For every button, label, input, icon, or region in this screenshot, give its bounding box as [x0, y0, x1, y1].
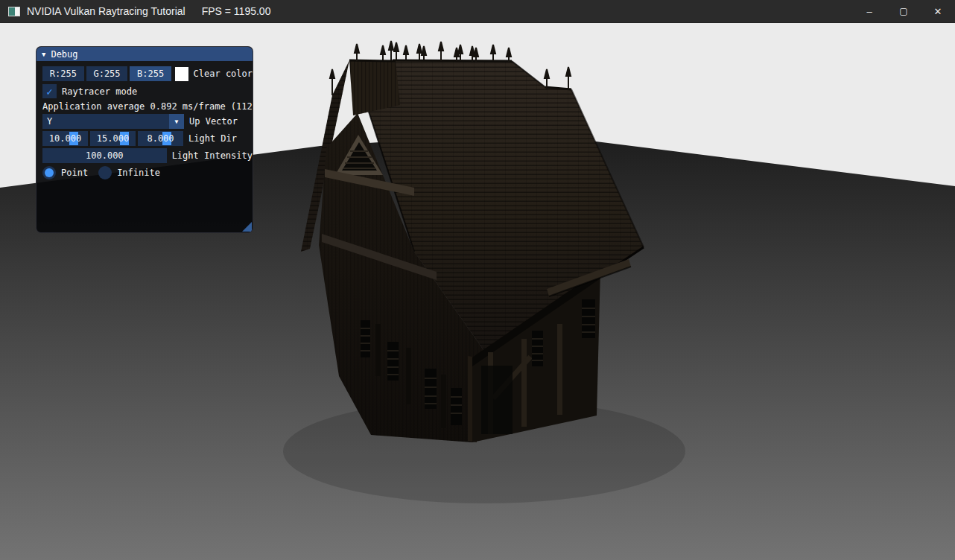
house — [301, 41, 644, 442]
fps-label: FPS = 1195.00 — [202, 5, 271, 17]
clear-color-label: Clear color — [194, 69, 253, 79]
raytracer-label: Raytracer mode — [62, 86, 137, 97]
light-dir-row: 10.000 15.000 8.000 Light Dir — [42, 131, 253, 146]
light-dir-label: Light Dir — [188, 133, 237, 144]
light-dir-y-value: 15.000 — [97, 133, 129, 144]
clear-color-b-value: B:255 — [137, 69, 164, 79]
light-type-row: Point Infinite — [42, 166, 253, 179]
radio-infinite[interactable]: Infinite — [98, 166, 160, 179]
light-dir-z-value: 8.000 — [147, 133, 174, 144]
light-dir-x-value: 10.000 — [49, 133, 81, 144]
window-controls: – ▢ ✕ — [852, 0, 955, 22]
panel-titlebar[interactable]: ▼ Debug — [37, 47, 253, 61]
minimize-button[interactable]: – — [852, 0, 886, 22]
radio-point-circle[interactable] — [42, 166, 56, 179]
combo-value: Y — [47, 116, 52, 127]
up-vector-row: Y ▼ Up Vector — [42, 114, 253, 129]
raytracer-row: ✓ Raytracer mode — [42, 84, 253, 98]
clear-color-g-drag[interactable]: G:255 — [86, 66, 128, 81]
window-titlebar[interactable]: NVIDIA Vulkan Raytracing Tutorial FPS = … — [0, 0, 955, 23]
up-vector-label: Up Vector — [189, 116, 238, 127]
clear-color-r-value: R:255 — [50, 69, 77, 79]
raytracer-checkbox[interactable]: ✓ — [42, 84, 57, 98]
right-wall-recess — [481, 366, 513, 434]
light-intensity-value: 100.000 — [86, 150, 124, 161]
panel-title: Debug — [51, 49, 77, 60]
light-intensity-slider[interactable]: 100.000 — [42, 148, 167, 163]
stats-text: Application average 0.892 ms/frame (1120 — [42, 101, 253, 112]
light-dir-z-drag[interactable]: 8.000 — [138, 131, 183, 146]
clear-color-swatch[interactable] — [175, 67, 188, 81]
collapse-arrow-icon[interactable]: ▼ — [42, 51, 45, 58]
resize-grip[interactable] — [242, 222, 252, 232]
combo-arrow-icon[interactable]: ▼ — [169, 114, 184, 129]
app-icon — [8, 7, 20, 16]
checkmark-icon: ✓ — [46, 86, 52, 97]
clear-color-row: R:255 G:255 B:255 Clear color — [42, 66, 253, 81]
clear-color-b-drag[interactable]: B:255 — [130, 66, 171, 81]
radio-infinite-circle[interactable] — [98, 166, 112, 179]
debug-panel: ▼ Debug R:255 G:255 B:255 Clear color ✓ … — [36, 46, 253, 233]
window-title: NVIDIA Vulkan Raytracing Tutorial — [27, 5, 185, 17]
light-intensity-row: 100.000 Light Intensity — [42, 148, 253, 163]
radio-point-label: Point — [61, 168, 88, 178]
light-intensity-label: Light Intensity — [172, 150, 253, 161]
light-dir-x-drag[interactable]: 10.000 — [42, 131, 88, 146]
close-button[interactable]: ✕ — [921, 0, 955, 22]
clear-color-r-drag[interactable]: R:255 — [42, 66, 84, 81]
maximize-button[interactable]: ▢ — [886, 0, 921, 22]
light-dir-y-drag[interactable]: 15.000 — [90, 131, 136, 146]
radio-infinite-label: Infinite — [117, 168, 160, 178]
clear-color-g-value: G:255 — [93, 69, 120, 79]
up-vector-combo[interactable]: Y ▼ — [42, 114, 184, 129]
radio-point[interactable]: Point — [42, 166, 88, 179]
